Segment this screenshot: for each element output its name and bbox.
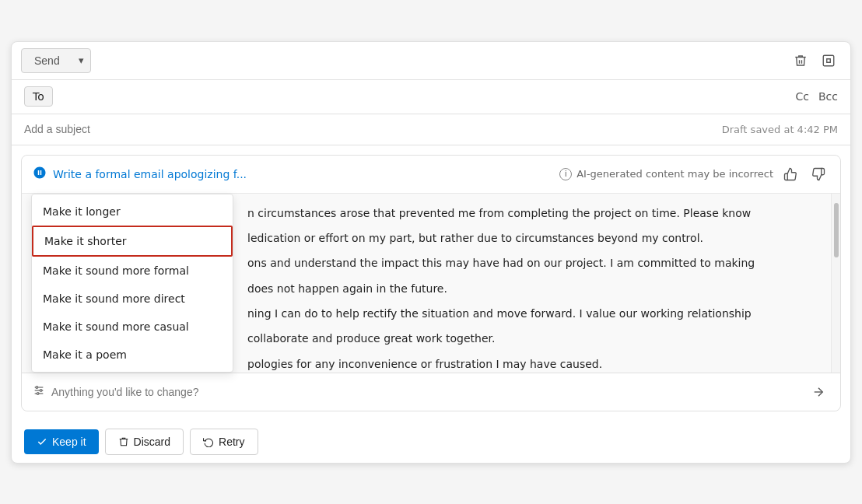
svg-point-4 (36, 386, 38, 388)
cc-bcc-controls: Cc Bcc (796, 90, 838, 103)
email-para-1: n circumstances arose that prevented me … (247, 205, 828, 222)
ai-notice-text: AI-generated content may be incorrect (576, 168, 773, 180)
ai-area: Write a formal email apologizing f... i … (21, 155, 841, 411)
dropdown-item-poem[interactable]: Make it a poem (32, 341, 233, 369)
email-compose-window: Send ▾ To Cc Bcc Draft saved at 4:42 PM (11, 41, 851, 464)
send-button[interactable]: Send (22, 49, 72, 72)
email-para-3: ons and understand the impact this may h… (247, 254, 828, 271)
ai-body: Make it longer Make it shorter Make it s… (22, 194, 840, 373)
send-arrow-button[interactable] (808, 381, 829, 403)
email-para-5: ning I can do to help rectify the situat… (247, 305, 828, 322)
thumbdown-button[interactable] (808, 163, 829, 185)
svg-point-5 (40, 389, 42, 391)
info-icon: i (559, 168, 572, 180)
restore-icon[interactable] (816, 48, 841, 73)
email-para-2: ledication or effort on my part, but rat… (247, 229, 828, 247)
email-para-4: does not happen again in the future. (247, 280, 828, 297)
subject-input[interactable] (24, 117, 722, 142)
ai-header: Write a formal email apologizing f... i … (22, 156, 840, 194)
delete-icon[interactable] (788, 48, 813, 73)
to-row: To Cc Bcc (12, 80, 850, 114)
send-button-group[interactable]: Send ▾ (21, 48, 91, 73)
dropdown-menu: Make it longer Make it shorter Make it s… (31, 194, 233, 373)
dropdown-item-formal[interactable]: Make it sound more formal (32, 257, 233, 285)
ai-change-input[interactable] (51, 386, 801, 398)
dropdown-item-shorter[interactable]: Make it shorter (32, 226, 233, 257)
dropdown-item-casual[interactable]: Make it sound more casual (32, 313, 233, 341)
dropdown-item-direct[interactable]: Make it sound more direct (32, 285, 233, 313)
bcc-button[interactable]: Bcc (818, 90, 838, 103)
to-label: To (24, 86, 53, 107)
ai-icon (33, 166, 47, 183)
toolbar: Send ▾ (12, 42, 850, 80)
discard-button[interactable]: Discard (105, 429, 184, 455)
thumbup-button[interactable] (780, 163, 801, 185)
dropdown-item-longer[interactable]: Make it longer (32, 198, 233, 226)
scrollbar-thumb (834, 203, 839, 257)
to-input[interactable] (59, 84, 796, 109)
email-para-6: collaborate and produce great work toget… (247, 330, 828, 347)
svg-rect-0 (823, 55, 834, 66)
scrollbar-track[interactable] (831, 194, 840, 373)
cc-button[interactable]: Cc (796, 90, 809, 103)
email-para-7: pologies for any inconvenience or frustr… (247, 355, 828, 373)
send-dropdown-button[interactable]: ▾ (72, 49, 90, 72)
ai-title: Write a formal email apologizing f... (53, 168, 553, 180)
action-buttons: Keep it Discard Retry (12, 421, 850, 463)
draft-status: Draft saved at 4:42 PM (722, 124, 838, 135)
svg-point-6 (37, 392, 39, 394)
retry-button[interactable]: Retry (190, 429, 258, 455)
keep-button[interactable]: Keep it (24, 429, 99, 454)
adjust-icon (33, 384, 45, 400)
ai-notice: i AI-generated content may be incorrect (559, 168, 773, 180)
subject-row: Draft saved at 4:42 PM (12, 114, 850, 145)
ai-input-row (22, 373, 840, 411)
